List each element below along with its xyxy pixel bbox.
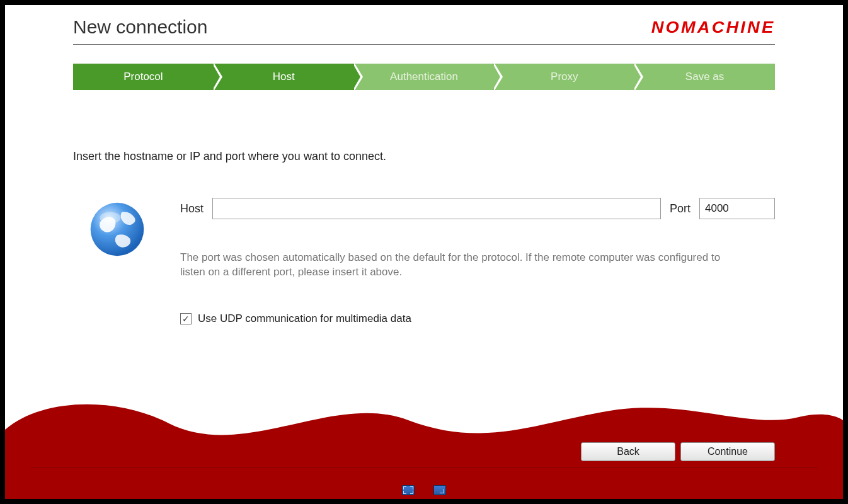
form-area: Host Port The port was chosen automatica…	[73, 198, 775, 325]
content-area: New connection NOMACHINE Protocol Host A…	[73, 16, 775, 325]
wizard-stepbar: Protocol Host Authentication Proxy Save …	[73, 64, 775, 90]
back-button[interactable]: Back	[581, 442, 675, 461]
step-label: Protocol	[123, 71, 163, 83]
step-label: Proxy	[551, 71, 578, 83]
app-frame: New connection NOMACHINE Protocol Host A…	[0, 0, 848, 504]
port-label: Port	[670, 202, 690, 215]
step-save-as: Save as	[634, 64, 775, 90]
instruction-text: Insert the hostname or IP and port where…	[73, 150, 775, 163]
step-proxy: Proxy	[494, 64, 634, 90]
host-port-row: Host Port	[180, 198, 775, 219]
host-input[interactable]	[212, 198, 661, 219]
continue-button[interactable]: Continue	[680, 442, 775, 461]
step-protocol[interactable]: Protocol	[73, 64, 214, 90]
step-label: Host	[273, 71, 295, 83]
step-label: Save as	[685, 71, 724, 83]
page-title: New connection	[73, 16, 207, 38]
fields-column: Host Port The port was chosen automatica…	[180, 198, 775, 325]
udp-checkbox-label: Use UDP communication for multimedia dat…	[198, 312, 411, 325]
udp-checkbox-row[interactable]: ✓ Use UDP communication for multimedia d…	[180, 312, 775, 325]
button-bar-separator	[30, 467, 818, 467]
bottom-tray	[5, 485, 843, 495]
udp-checkbox[interactable]: ✓	[180, 313, 192, 324]
port-input[interactable]	[699, 198, 775, 219]
brand-logo: NOMACHINE	[651, 18, 775, 37]
svg-point-0	[91, 203, 144, 256]
svg-point-1	[100, 212, 120, 223]
wizard-window: New connection NOMACHINE Protocol Host A…	[5, 5, 843, 499]
step-label: Authentication	[390, 71, 458, 83]
button-bar: Back Continue	[581, 442, 775, 461]
minimize-window-icon[interactable]	[433, 485, 446, 495]
globe-icon	[73, 198, 161, 258]
header: New connection NOMACHINE	[73, 16, 775, 45]
step-host[interactable]: Host	[214, 64, 354, 90]
port-hint-text: The port was chosen automatically based …	[180, 251, 747, 280]
step-authentication: Authentication	[354, 64, 495, 90]
fullscreen-icon[interactable]	[402, 485, 415, 495]
host-label: Host	[180, 202, 203, 215]
